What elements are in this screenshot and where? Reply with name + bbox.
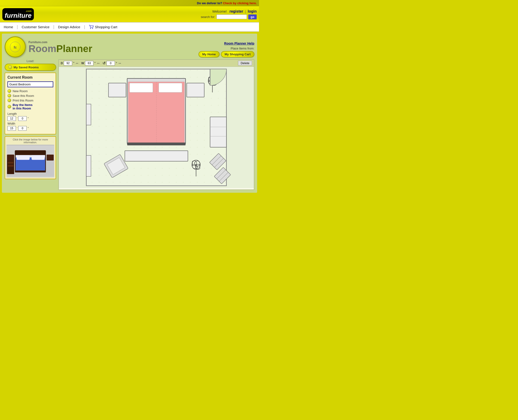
my-cart-button[interactable]: My Shopping Cart <box>221 51 254 57</box>
svg-rect-36 <box>86 104 91 125</box>
depth-group: D " ↔ <box>61 61 79 66</box>
register-link[interactable]: register <box>230 9 243 13</box>
length-ft-unit: ' <box>17 117 17 120</box>
width-arrow: ↔ <box>96 61 100 65</box>
delete-button[interactable]: Delete <box>238 61 252 66</box>
planner-title-text: Furniture.com Room Planner <box>29 40 92 54</box>
svg-rect-27 <box>130 83 153 92</box>
length-in-input[interactable] <box>18 116 27 121</box>
nav-customer-service[interactable]: Customer Service <box>18 25 53 29</box>
bed-preview-svg <box>7 145 54 177</box>
room-actions: New Room Save this Room Print this Room … <box>8 89 53 110</box>
svg-rect-30 <box>108 83 126 97</box>
planner-logo-planner: Planner <box>56 44 92 54</box>
bottom-strip <box>0 195 259 202</box>
logo-box: .com furniture <box>2 8 34 20</box>
delivery-text: Do we deliver to? Check by clicking here… <box>197 1 257 5</box>
image-panel-label: Click the image below for more informati… <box>7 138 54 144</box>
save-room-action[interactable]: Save this Room <box>8 94 53 98</box>
svg-rect-18 <box>46 154 54 161</box>
svg-rect-38 <box>125 151 188 161</box>
svg-rect-15 <box>15 150 46 155</box>
place-items-label: Place Items from: <box>199 47 254 50</box>
content-row: Load: My Saved Rooms Current Room New Ro… <box>5 59 254 190</box>
header-right: Welcome! register | login search for: go <box>201 9 257 19</box>
buy-items-label: Buy the Items in this Room <box>13 103 32 110</box>
my-home-button[interactable]: My Home <box>199 51 220 57</box>
delivery-question: Do we deliver to? <box>197 1 222 5</box>
cart-icon <box>89 25 94 29</box>
room-canvas[interactable]: D " ↔ W " ↔ ↺ ° ↔ Delete <box>58 59 254 190</box>
main-content: fc Furniture.com Room Planner Room Plann… <box>2 34 257 193</box>
print-room-label: Print this Room <box>13 99 33 102</box>
planner-logo-circle: fc <box>5 36 26 57</box>
rotate-icon[interactable]: ↺ <box>102 61 106 65</box>
pipe-sep: | <box>245 10 246 13</box>
planner-logo: fc Furniture.com Room Planner <box>5 36 92 57</box>
svg-rect-14 <box>31 155 45 160</box>
rotation-input[interactable] <box>107 61 115 66</box>
search-go-button[interactable]: go <box>248 15 257 19</box>
welcome-text: Welcome! <box>212 10 227 13</box>
planner-header: fc Furniture.com Room Planner Room Plann… <box>5 36 254 57</box>
svg-rect-17 <box>7 154 14 161</box>
rotation-arrow: ↔ <box>118 61 122 65</box>
left-panel: Load: My Saved Rooms Current Room New Ro… <box>5 59 56 179</box>
svg-rect-13 <box>16 155 30 160</box>
saved-rooms-button[interactable]: My Saved Rooms <box>5 64 56 71</box>
depth-unit: " <box>73 61 74 65</box>
nav-bar: Home | Customer Service | Design Advice … <box>0 22 259 32</box>
svg-rect-9 <box>8 165 13 167</box>
new-room-action[interactable]: New Room <box>8 89 53 93</box>
svg-rect-37 <box>86 155 91 176</box>
width-ft-input[interactable] <box>8 126 16 131</box>
search-input[interactable] <box>216 15 247 19</box>
rotation-group: ↺ ° ↔ <box>102 61 122 66</box>
header-search: search for: go <box>201 15 257 19</box>
planner-right: Room Planner Help Place Items from: My H… <box>199 42 254 57</box>
svg-rect-29 <box>127 142 186 145</box>
room-name-input[interactable] <box>8 82 53 87</box>
print-room-icon <box>8 98 11 102</box>
header: .com furniture Welcome! register | login… <box>0 6 259 22</box>
furniture-logo-icon: fc <box>9 41 21 53</box>
logo-area: .com furniture <box>2 8 36 20</box>
nav-shopping-cart[interactable]: Shopping Cart <box>85 25 121 29</box>
furniture-preview[interactable] <box>7 145 54 177</box>
width-label: Width <box>8 122 53 125</box>
svg-point-0 <box>90 28 91 29</box>
width-in-input[interactable] <box>18 126 27 131</box>
planner-logo-room: Room <box>29 44 56 54</box>
save-room-label: Save this Room <box>13 94 34 98</box>
depth-arrow: ↔ <box>75 61 79 65</box>
planner-help-link[interactable]: Room Planner Help <box>199 42 254 45</box>
depth-label: D <box>61 61 63 65</box>
room-floor[interactable] <box>59 67 254 188</box>
depth-input[interactable] <box>64 61 72 66</box>
shopping-cart-label: Shopping Cart <box>95 25 117 29</box>
width-ft-unit: ' <box>17 127 17 130</box>
image-panel[interactable]: Click the image below for more informati… <box>5 136 56 179</box>
save-room-icon <box>8 94 11 98</box>
svg-text:fc: fc <box>14 45 17 49</box>
saved-rooms-label: My Saved Rooms <box>14 66 39 69</box>
rotation-unit: ° <box>116 61 117 65</box>
print-room-action[interactable]: Print this Room <box>8 98 53 102</box>
length-ft-input[interactable] <box>8 116 16 121</box>
load-label: Load: <box>5 59 56 63</box>
length-row: ' " <box>8 116 53 121</box>
nav-design-advice[interactable]: Design Advice <box>54 25 84 29</box>
new-room-icon <box>8 89 11 93</box>
saved-rooms-icon <box>8 65 12 69</box>
width-in-unit: " <box>28 127 29 130</box>
nav-home[interactable]: Home <box>4 25 17 29</box>
top-bar: Do we deliver to? Check by clicking here… <box>0 0 259 6</box>
delivery-link[interactable]: Check by clicking here. <box>223 1 257 5</box>
width-row: ' " <box>8 126 53 131</box>
width-unit: " <box>94 61 95 65</box>
buy-items-action[interactable]: Buy the Items in this Room <box>8 103 53 110</box>
floor-plan-svg <box>59 67 254 188</box>
current-room-box: Current Room New Room Save this Room Pri… <box>5 73 56 135</box>
width-input[interactable] <box>85 61 93 66</box>
login-link[interactable]: login <box>248 9 257 13</box>
